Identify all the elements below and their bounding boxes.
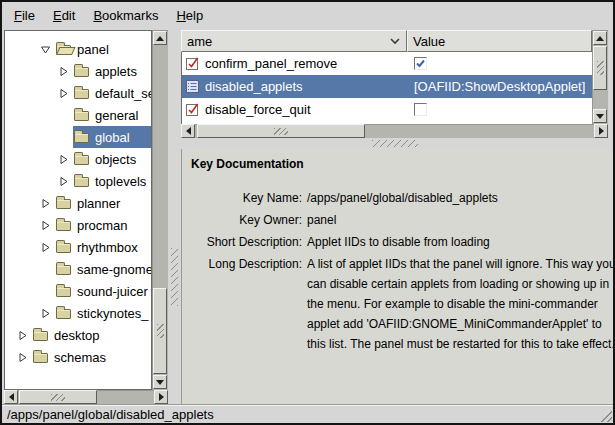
expander-right-icon[interactable]: [40, 308, 51, 319]
scroll-thumb[interactable]: [593, 46, 607, 90]
scroll-up-button[interactable]: [153, 31, 167, 45]
folder-icon: [74, 67, 89, 77]
field-value-long-description: A list of applet IIDs that the panel wil…: [307, 254, 613, 354]
folder-icon: [56, 199, 71, 209]
statusbar-key-path: /apps/panel/global/disabled_applets: [7, 407, 214, 422]
folder-icon: [33, 353, 48, 363]
tree-horizontal-scrollbar: [4, 390, 168, 404]
menu-help[interactable]: Help: [167, 3, 212, 28]
tree-item-objects[interactable]: objects: [5, 148, 151, 170]
folder-icon: [56, 265, 71, 275]
tree-item-label: global: [95, 130, 130, 145]
folder-icon: [74, 155, 89, 165]
expander-right-icon[interactable]: [40, 220, 51, 231]
tree-vertical-scrollbar: [152, 30, 168, 390]
menu-bookmarks[interactable]: Bookmarks: [84, 3, 167, 28]
value-checkbox-checked[interactable]: [414, 57, 427, 70]
menu-file[interactable]: File: [5, 3, 44, 28]
folder-icon: [56, 243, 71, 253]
expander-right-icon[interactable]: [58, 66, 69, 77]
pane-splitter-vertical[interactable]: [168, 30, 181, 404]
tree-item-procman[interactable]: procman: [5, 214, 151, 236]
tree-item-schemas[interactable]: schemas: [5, 346, 151, 368]
resize-grip[interactable]: [598, 408, 612, 422]
folder-icon: [33, 331, 48, 341]
app-window: File Edit Bookmarks Help panel applets d…: [0, 0, 615, 425]
tree-item-label: same-gnome: [77, 262, 152, 277]
folder-icon: [74, 177, 89, 187]
scroll-thumb[interactable]: [153, 288, 167, 374]
expander-right-icon[interactable]: [58, 88, 69, 99]
scroll-left-button[interactable]: [4, 390, 18, 404]
tree-item-label: default_se: [95, 86, 152, 101]
scroll-up-button[interactable]: [593, 31, 607, 45]
tree-item-sound-juicer[interactable]: sound-juicer: [5, 280, 151, 302]
expander-right-icon[interactable]: [58, 176, 69, 187]
pane-splitter-horizontal[interactable]: [181, 138, 608, 149]
expander-right-icon[interactable]: [17, 352, 28, 363]
splitter-grip-icon: [372, 140, 418, 147]
tree-item-desktop[interactable]: desktop: [5, 324, 151, 346]
statusbar: /apps/panel/global/disabled_applets: [2, 404, 613, 423]
tree-item-label: planner: [77, 196, 120, 211]
tree-item-toplevels[interactable]: toplevels: [5, 170, 151, 192]
table-header: ame Value: [181, 30, 592, 52]
expander-down-icon[interactable]: [40, 44, 51, 55]
field-label-key-owner: Key Owner:: [191, 210, 302, 230]
field-label-long-description: Long Description:: [191, 254, 302, 354]
tree-item-label: procman: [77, 218, 128, 233]
tree-item-label: rhythmbox: [77, 240, 138, 255]
column-header-name[interactable]: ame: [181, 30, 407, 52]
scroll-thumb[interactable]: [19, 390, 97, 404]
tree-item-stickynotes[interactable]: stickynotes_: [5, 302, 151, 324]
field-label-short-description: Short Description:: [191, 232, 302, 252]
tree-item-applets[interactable]: applets: [5, 60, 151, 82]
expander-right-icon[interactable]: [58, 154, 69, 165]
tree-item-global[interactable]: global: [5, 126, 151, 148]
tree-item-label: schemas: [54, 350, 106, 365]
scroll-right-button[interactable]: [154, 390, 168, 404]
splitter-grip-icon: [171, 248, 178, 306]
folder-icon: [56, 309, 71, 319]
table-row-disabled-applets[interactable]: disabled_applets [OAFIID:ShowDesktopAppl…: [182, 75, 592, 98]
folder-icon: [74, 111, 89, 121]
tree-item-planner[interactable]: planner: [5, 192, 151, 214]
column-header-value[interactable]: Value: [407, 30, 592, 52]
folder-icon: [56, 221, 71, 231]
expander-right-icon[interactable]: [40, 242, 51, 253]
table-horizontal-scrollbar: [181, 124, 608, 138]
menubar: File Edit Bookmarks Help: [2, 2, 613, 29]
field-value-key-name: /apps/panel/global/disabled_applets: [307, 188, 613, 208]
value-text: [OAFIID:ShowDesktopApplet]: [414, 79, 585, 94]
tree-item-label: toplevels: [95, 174, 146, 189]
menu-edit[interactable]: Edit: [44, 3, 84, 28]
tree-item-label: stickynotes_: [77, 306, 149, 321]
value-checkbox-unchecked[interactable]: [414, 103, 427, 116]
table-row-confirm-panel-remove[interactable]: confirm_panel_remove: [182, 52, 592, 75]
scroll-left-button[interactable]: [181, 124, 195, 138]
field-value-short-description: Applet IIDs to disable from loading: [307, 232, 613, 252]
list-key-icon: [186, 80, 199, 93]
scroll-down-button[interactable]: [153, 375, 167, 389]
scroll-right-button[interactable]: [594, 124, 608, 138]
docs-heading: Key Documentation: [191, 157, 607, 171]
tree-item-label: applets: [95, 64, 137, 79]
table-vertical-scrollbar: [592, 30, 608, 124]
tree-item-label: panel: [77, 42, 109, 57]
tree-item-default-setup[interactable]: default_se: [5, 82, 151, 104]
expander-right-icon[interactable]: [17, 330, 28, 341]
folder-icon: [74, 133, 89, 143]
scroll-down-button[interactable]: [593, 109, 607, 123]
expander-right-icon[interactable]: [40, 198, 51, 209]
table-row-disable-force-quit[interactable]: disable_force_quit: [182, 98, 592, 121]
field-label-key-name: Key Name:: [191, 188, 302, 208]
tree-item-general[interactable]: general: [5, 104, 151, 126]
field-value-key-owner: panel: [307, 210, 613, 230]
folder-icon: [74, 89, 89, 99]
tree-item-rhythmbox[interactable]: rhythmbox: [5, 236, 151, 258]
tree-item-same-gnome[interactable]: same-gnome: [5, 258, 151, 280]
scroll-thumb[interactable]: [197, 124, 365, 138]
tree-item-label: desktop: [54, 328, 100, 343]
tree-item-panel[interactable]: panel: [5, 38, 151, 60]
bool-key-icon: [186, 57, 199, 70]
